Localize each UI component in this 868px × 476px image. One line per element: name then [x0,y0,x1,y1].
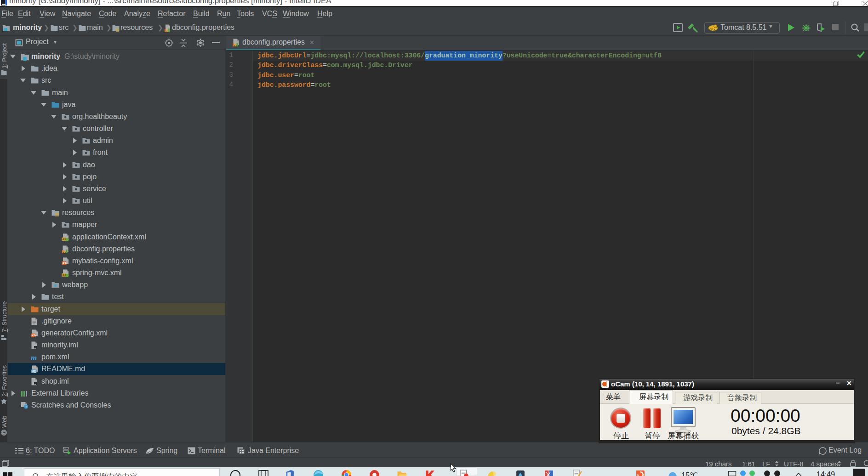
svg-text:MD: MD [32,369,36,373]
svg-text:<>: <> [32,333,36,337]
svg-text:<>: <> [63,261,67,265]
svg-text:m: m [31,353,37,361]
